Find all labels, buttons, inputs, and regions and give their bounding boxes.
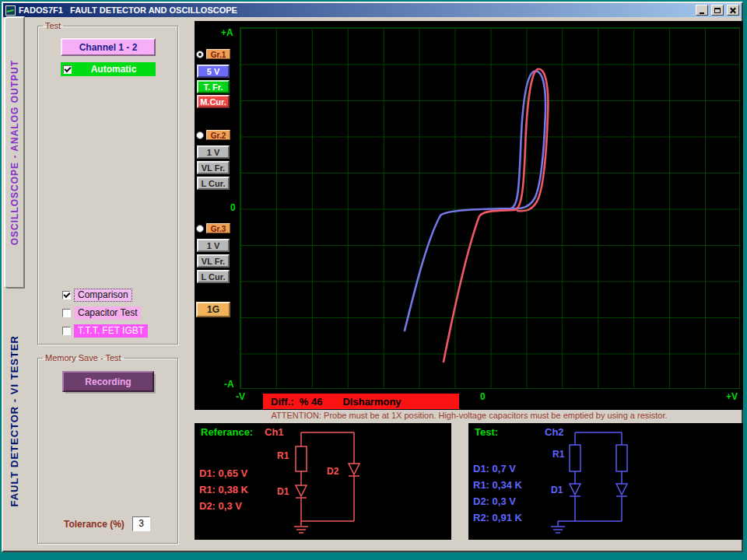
group3-radio-circle	[196, 225, 204, 233]
automatic-checkbox[interactable]: Automatic	[61, 62, 156, 76]
minimize-icon	[700, 12, 704, 14]
ttt-fet-igbt-label: T.T.T. FET IGBT	[74, 324, 148, 338]
gr2-frequency-button[interactable]: VL Fr.	[197, 161, 230, 174]
difference-value: Diff.: % 46	[271, 396, 322, 408]
group3-label: Gr.3	[206, 223, 230, 233]
reference-d1-label: D1	[277, 486, 289, 497]
channel-1-2-button[interactable]: Channel 1 - 2	[61, 38, 156, 56]
gr3-voltage-button[interactable]: 1 V	[197, 239, 230, 252]
gr3-current-button[interactable]: L Cur.	[197, 270, 230, 283]
tab-fault-detector-vi-tester[interactable]: FAULT DETECTOR - VI TESTER	[2, 321, 26, 520]
test-groupbox-legend: Test	[43, 21, 63, 30]
gr2-current-button[interactable]: L Cur.	[197, 177, 230, 190]
axis-label-plus-a: +A	[221, 27, 233, 38]
capacitor-test-checkbox[interactable]: Capacitor Test	[62, 306, 141, 320]
tolerance-input[interactable]: 3	[132, 516, 150, 531]
oscilloscope-curves	[240, 27, 740, 389]
test-r1-label: R1	[552, 449, 565, 460]
axis-label-zero-x: 0	[480, 391, 486, 402]
gr3-frequency-button[interactable]: VL Fr.	[197, 254, 230, 268]
gr2-voltage-button[interactable]: 1 V	[197, 145, 230, 159]
difference-banner: Diff.: % 46 DIsharmony	[263, 394, 459, 409]
gr1-voltage-button[interactable]: 5 V	[197, 65, 230, 78]
maximize-icon	[714, 8, 721, 13]
channel2-curve	[405, 71, 545, 331]
axis-label-minus-v: -V	[236, 391, 245, 402]
group2-radio[interactable]: Gr.2	[196, 129, 232, 141]
group2-radio-circle	[196, 131, 204, 139]
reference-circuit-diagram: R1 D1 D2	[195, 423, 451, 540]
close-button[interactable]	[727, 5, 739, 16]
axis-label-minus-a: -A	[224, 379, 234, 390]
window-title: FADOS7F1 FAULT DETECTOR AND OSCILLOSCOPE	[19, 5, 693, 15]
maximize-button[interactable]	[711, 5, 724, 16]
tolerance-label: Tolerance (%)	[64, 519, 124, 530]
difference-status: DIsharmony	[342, 396, 401, 408]
ttt-fet-igbt-checkbox[interactable]: T.T.T. FET IGBT	[62, 324, 148, 338]
capacitance-range-button[interactable]: 1G	[196, 302, 230, 317]
attention-text: ATTENTION: Probe must be at 1X position.…	[195, 411, 744, 420]
automatic-checkbox-box	[63, 65, 72, 74]
recording-button[interactable]: Recording	[62, 371, 154, 392]
tab-oscilloscope-analog-output[interactable]: OSCILLOSCOPE - ANALOG OUTPUT	[4, 16, 25, 289]
reference-d2-label: D2	[327, 466, 339, 477]
reference-r1-label: R1	[277, 450, 289, 461]
title-bar[interactable]: FADOS7F1 FAULT DETECTOR AND OSCILLOSCOPE	[3, 3, 742, 17]
memory-save-test-legend: Memory Save - Test	[43, 353, 124, 362]
ttt-fet-igbt-checkbox-box	[62, 327, 71, 335]
minimize-button[interactable]	[696, 5, 708, 16]
group2-label: Gr.2	[206, 130, 230, 140]
axis-label-zero-y: 0	[230, 202, 236, 213]
gr1-current-button[interactable]: M.Cur.	[197, 95, 230, 108]
close-icon	[730, 7, 736, 13]
comparison-checkbox[interactable]: Comparison	[62, 289, 132, 302]
test-panel: Test: Ch2 D1: 0,7 V R1: 0,34 K D2: 0,3 V…	[468, 423, 743, 540]
group1-radio-circle	[196, 51, 204, 58]
comparison-checkbox-box	[62, 291, 71, 299]
automatic-label: Automatic	[72, 64, 156, 75]
group3-radio[interactable]: Gr.3	[196, 222, 232, 234]
capacitor-test-checkbox-box	[62, 309, 71, 317]
gr1-frequency-button[interactable]: T. Fr.	[197, 80, 230, 93]
test-d1-label: D1	[551, 485, 563, 495]
channel1-curve	[444, 69, 548, 362]
reference-panel: Referance: Ch1 D1: 0,65 V R1: 0,38 K D2:…	[195, 423, 451, 540]
capacitor-test-label: Capacitor Test	[74, 306, 141, 320]
group1-radio[interactable]: Gr.1	[196, 48, 232, 60]
group1-label: Gr.1	[206, 49, 230, 59]
test-circuit-diagram: R1 D1	[468, 423, 743, 540]
app-icon	[5, 5, 16, 16]
comparison-label: Comparison	[74, 289, 132, 302]
tab-oscilloscope-label: OSCILLOSCOPE - ANALOG OUTPUT	[9, 60, 20, 245]
tab-fault-label: FAULT DETECTOR - VI TESTER	[9, 335, 20, 507]
axis-label-plus-v: +V	[726, 391, 738, 402]
